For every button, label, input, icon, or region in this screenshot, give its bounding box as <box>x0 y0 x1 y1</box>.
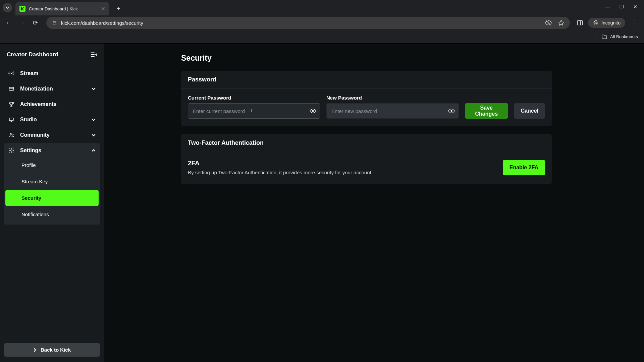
sidebar-item-settings[interactable]: Settings <box>4 143 100 158</box>
new-tab-button[interactable]: + <box>113 4 123 14</box>
all-bookmarks-button[interactable]: All Bookmarks <box>610 34 638 39</box>
chevron-down-icon <box>5 6 9 10</box>
back-to-kick-label: Back to Kick <box>41 347 71 353</box>
main-content: Security Password Current Password I New… <box>104 44 644 362</box>
side-panel-icon[interactable] <box>577 19 583 26</box>
svg-point-5 <box>11 73 12 74</box>
svg-rect-8 <box>9 118 13 121</box>
settings-submenu: Profile Stream Key Security Notification… <box>4 157 100 225</box>
window-controls: ― ❐ ✕ <box>605 4 644 9</box>
svg-point-12 <box>312 110 314 112</box>
tfa-title: 2FA <box>188 160 503 167</box>
exit-icon <box>33 348 38 352</box>
sidebar-subitem-stream-key[interactable]: Stream Key <box>5 173 99 190</box>
eye-off-icon[interactable] <box>545 19 552 26</box>
chevron-up-icon <box>91 148 96 153</box>
sidebar-item-community[interactable]: Community <box>4 127 100 143</box>
sidebar: Creator Dashboard Stream Monetization Ac… <box>0 44 104 362</box>
chevron-down-icon <box>91 117 96 122</box>
sidebar-item-label: Achievements <box>20 101 57 107</box>
tab-title: Creator Dashboard | Kick <box>29 6 98 11</box>
svg-rect-3 <box>578 20 583 25</box>
sidebar-item-monetization[interactable]: Monetization <box>4 81 100 97</box>
sidebar-item-label: Studio <box>20 117 37 123</box>
site-info-icon[interactable] <box>52 20 57 25</box>
password-card: Password Current Password I New Password <box>181 71 552 126</box>
browser-menu-button[interactable]: ⋮ <box>630 19 640 26</box>
svg-point-11 <box>11 150 12 152</box>
tab-close-button[interactable]: ✕ <box>101 6 105 12</box>
maximize-button[interactable]: ❐ <box>620 4 624 9</box>
url-text: kick.com/dashboard/settings/security <box>61 20 541 26</box>
gear-icon <box>8 147 15 154</box>
address-bar[interactable]: kick.com/dashboard/settings/security <box>46 17 570 29</box>
collapse-sidebar-button[interactable] <box>90 51 97 58</box>
studio-icon <box>8 117 15 123</box>
bookmarks-bar: | All Bookmarks <box>0 30 644 44</box>
svg-point-1 <box>55 22 56 23</box>
save-changes-button[interactable]: Save Changes <box>465 103 508 119</box>
toggle-password-visibility-button[interactable] <box>448 108 455 114</box>
forward-button[interactable]: → <box>17 19 26 26</box>
svg-point-10 <box>12 134 13 135</box>
sidebar-item-label: Settings <box>20 147 41 154</box>
tab-bar: K Creator Dashboard | Kick ✕ + ― ❐ ✕ <box>0 0 644 15</box>
new-password-label: New Password <box>326 95 459 101</box>
chevron-down-icon <box>91 133 96 137</box>
page-title: Security <box>181 54 644 63</box>
tfa-card-header: Two-Factor Authentication <box>181 134 552 152</box>
sidebar-item-achievements[interactable]: Achievements <box>4 97 100 112</box>
sidebar-item-label: Monetization <box>20 86 53 92</box>
card-icon <box>8 86 15 92</box>
current-password-label: Current Password <box>188 95 320 101</box>
back-to-kick-button[interactable]: Back to Kick <box>4 343 100 357</box>
sidebar-title: Creator Dashboard <box>7 51 58 58</box>
community-icon <box>8 132 15 138</box>
app-root: Creator Dashboard Stream Monetization Ac… <box>0 44 644 362</box>
sidebar-item-studio[interactable]: Studio <box>4 112 100 127</box>
trophy-icon <box>8 101 15 107</box>
enable-2fa-button[interactable]: Enable 2FA <box>503 160 545 175</box>
sidebar-subitem-notifications[interactable]: Notifications <box>5 206 99 223</box>
cancel-button[interactable]: Cancel <box>514 103 545 119</box>
sidebar-subitem-profile[interactable]: Profile <box>5 157 99 173</box>
sidebar-item-label: Stream <box>20 70 38 76</box>
sidebar-subitem-security[interactable]: Security <box>5 190 99 206</box>
password-card-header: Password <box>181 71 552 89</box>
browser-tab[interactable]: K Creator Dashboard | Kick ✕ <box>15 2 109 15</box>
bookmark-star-icon[interactable] <box>558 19 565 26</box>
chevron-down-icon <box>91 86 96 91</box>
back-button[interactable]: ← <box>4 19 13 26</box>
browser-chrome: K Creator Dashboard | Kick ✕ + ― ❐ ✕ ← →… <box>0 0 644 44</box>
svg-point-0 <box>53 21 54 22</box>
current-password-input[interactable] <box>188 103 320 119</box>
svg-point-9 <box>10 133 12 135</box>
close-window-button[interactable]: ✕ <box>633 4 637 9</box>
new-password-input[interactable] <box>326 103 459 119</box>
svg-point-2 <box>53 24 54 24</box>
folder-icon <box>601 34 607 40</box>
incognito-label: Incognito <box>601 20 621 25</box>
svg-rect-6 <box>9 87 14 90</box>
sidebar-item-label: Community <box>20 132 50 138</box>
toggle-password-visibility-button[interactable] <box>310 108 316 114</box>
tfa-card: Two-Factor Authentication 2FA By setting… <box>181 134 552 184</box>
tab-search-button[interactable] <box>3 3 12 12</box>
incognito-icon <box>593 20 599 26</box>
tfa-description: By setting up Two-Factor Authentication,… <box>188 170 503 175</box>
svg-point-13 <box>451 110 452 112</box>
reload-button[interactable]: ⟳ <box>31 19 40 26</box>
nav-bar: ← → ⟳ kick.com/dashboard/settings/securi… <box>0 15 644 30</box>
sidebar-item-stream[interactable]: Stream <box>4 66 100 81</box>
broadcast-icon <box>8 70 15 76</box>
minimize-button[interactable]: ― <box>605 4 610 9</box>
kick-favicon-icon: K <box>19 6 25 12</box>
incognito-indicator[interactable]: Incognito <box>588 18 625 28</box>
